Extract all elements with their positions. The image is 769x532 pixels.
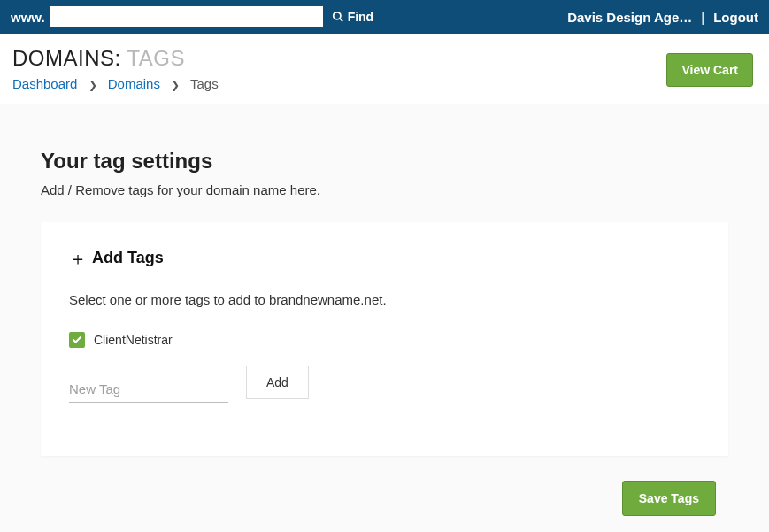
tag-label: ClientNetistrar (94, 333, 173, 347)
chevron-right-icon: ❯ (171, 79, 180, 91)
content-area: Your tag settings Add / Remove tags for … (0, 104, 769, 532)
account-name-link[interactable]: Davis Design Age… (567, 10, 692, 25)
plus-icon: ＋ (69, 250, 87, 267)
add-tag-button[interactable]: Add (246, 366, 309, 399)
add-tags-header: ＋ Add Tags (69, 249, 700, 267)
add-tags-card: ＋ Add Tags Select one or more tags to ad… (41, 222, 728, 456)
search-icon (332, 11, 344, 23)
page-title-strong: DOMAINS: (12, 46, 121, 70)
topbar-separator: | (701, 10, 704, 25)
find-button[interactable]: Find (332, 10, 374, 24)
find-button-label: Find (348, 10, 374, 24)
domain-search-input[interactable] (50, 6, 323, 27)
breadcrumb-current: Tags (190, 76, 219, 91)
tag-row: ClientNetistrar (69, 332, 700, 348)
footer-actions: Save Tags (41, 481, 728, 516)
www-prefix-label: www. (11, 10, 45, 25)
svg-point-0 (333, 12, 340, 19)
breadcrumb: Dashboard ❯ Domains ❯ Tags (12, 76, 757, 91)
save-tags-button[interactable]: Save Tags (622, 481, 716, 516)
section-subtitle: Add / Remove tags for your domain name h… (41, 182, 728, 197)
new-tag-row: Add (69, 369, 700, 403)
breadcrumb-domains[interactable]: Domains (108, 76, 160, 91)
chevron-right-icon: ❯ (88, 79, 97, 91)
card-description: Select one or more tags to add to brandn… (69, 292, 700, 307)
tag-checkbox[interactable] (69, 332, 85, 348)
subheader: DOMAINS: TAGS Dashboard ❯ Domains ❯ Tags… (0, 34, 769, 104)
topbar: www. Find Davis Design Age… | Logout (0, 0, 769, 34)
new-tag-input[interactable] (69, 376, 228, 403)
svg-line-1 (339, 19, 342, 22)
page-title-muted: TAGS (127, 46, 185, 70)
breadcrumb-dashboard[interactable]: Dashboard (12, 76, 77, 91)
logout-link[interactable]: Logout (713, 10, 758, 25)
view-cart-button[interactable]: View Cart (666, 53, 753, 87)
section-title: Your tag settings (41, 149, 728, 173)
add-tags-header-label: Add Tags (92, 249, 164, 267)
topbar-right: Davis Design Age… | Logout (567, 10, 758, 25)
page-title: DOMAINS: TAGS (12, 46, 757, 71)
check-icon (72, 335, 82, 345)
